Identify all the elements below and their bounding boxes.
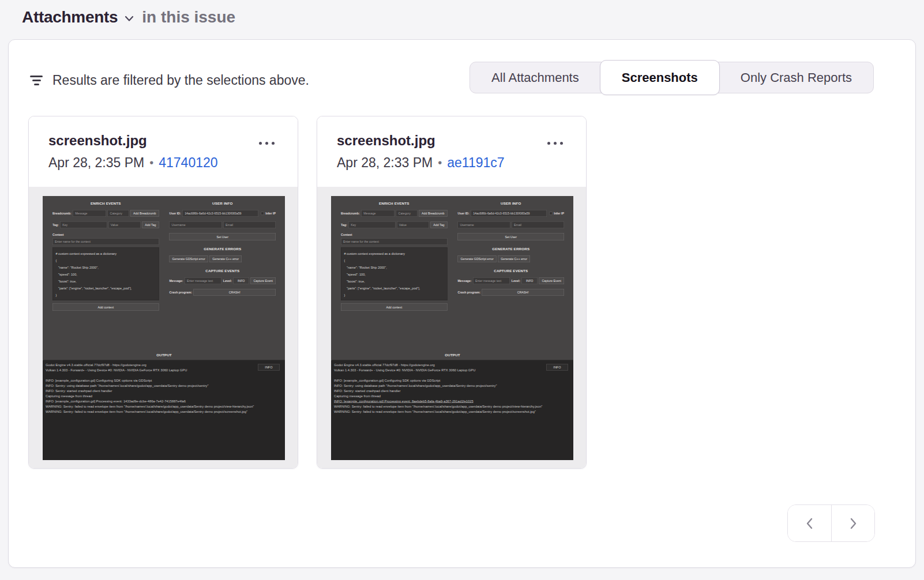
log-line: INFO: [example_configuration.gd] Configu…: [334, 378, 573, 383]
page-title: Attachments: [22, 8, 118, 27]
log-line: Godot Engine v4.3.stable.official.77dcf9…: [334, 363, 573, 368]
level-label: Level:: [223, 279, 232, 283]
code-line: "speed": 100,: [56, 271, 156, 278]
crash-button: CRASH!: [482, 289, 564, 296]
log-line: [46, 373, 285, 378]
code-line: "speed": 100,: [344, 271, 445, 278]
event-id-link[interactable]: 41740120: [159, 155, 217, 171]
log-line: INFO: Sentry: started crashpad client ha…: [334, 389, 573, 394]
code-line: }: [344, 292, 445, 299]
tag-value-input: Value: [108, 221, 141, 228]
crash-program-label: Crash program:: [170, 291, 192, 294]
email-input: Email: [223, 221, 276, 228]
more-options-button[interactable]: [545, 140, 565, 147]
filter-note: Results are filtered by the selections a…: [29, 67, 309, 93]
generate-errors-heading: GENERATE ERRORS: [458, 247, 565, 251]
attachment-thumbnail[interactable]: ENRICH EVENTS Breadcrumb: Message Catego…: [43, 196, 285, 460]
tab-all-attachments[interactable]: All Attachments: [470, 62, 600, 93]
user-info-section: USER INFO User ID: 14ac686b-6a6d-42c3-65…: [458, 200, 565, 311]
log-line: WARNING: Sentry: failed to read envelope…: [46, 404, 285, 409]
username-input: Username: [458, 221, 510, 228]
context-name-input: Enter name for the context: [341, 238, 448, 245]
log-line: Vulkan 1.4.303 - Forward+ - Using Device…: [46, 368, 285, 373]
pagination: [787, 504, 875, 542]
code-line: # custom context expressed as a dictiona…: [344, 250, 445, 257]
log-line: INFO: Sentry: using database path "/home…: [46, 383, 285, 389]
breadcrumb-message-input: Message: [73, 210, 106, 217]
code-line: "name": "Rocket Ship 2000",: [344, 264, 445, 271]
crash-program-label: Crash program:: [458, 291, 480, 294]
set-user-button: Set User: [458, 233, 565, 240]
add-breadcrumb-button: Add Breadcrumb: [419, 210, 447, 217]
context-label: Context: [52, 233, 159, 236]
breadcrumb-label: Breadcrumb:: [341, 212, 360, 215]
context-label: Context: [341, 233, 448, 236]
log-line: Capturing message from thread: [46, 394, 285, 399]
log-line: INFO: Sentry: using database path "/home…: [334, 383, 573, 389]
enrich-events-section: ENRICH EVENTS Breadcrumb: Message Catego…: [52, 200, 159, 311]
attachment-cards: screenshot.jpg Apr 28, 2:35 PM • 4174012…: [28, 116, 587, 469]
infer-ip-label: Infer IP: [554, 212, 564, 215]
user-id-label: User ID:: [170, 212, 181, 215]
page-subtitle: in this issue: [142, 8, 235, 27]
generate-cpp-error-button: Generate C++ error: [498, 255, 530, 262]
tab-only-crash-reports[interactable]: Only Crash Reports: [719, 62, 873, 93]
enrich-events-heading: ENRICH EVENTS: [341, 201, 448, 205]
user-info-heading: USER INFO: [170, 201, 276, 205]
message-label: Message:: [458, 279, 472, 283]
generate-errors-heading: GENERATE ERRORS: [170, 247, 276, 251]
user-id-input: 14ac686b-6a6d-42c3-6515-bb130f083a59: [471, 210, 547, 217]
attachment-meta: Apr 28, 2:35 PM • 41740120: [48, 155, 280, 171]
generate-gdscript-error-button: Generate GDScript error: [170, 255, 208, 262]
attachment-card-body: ENRICH EVENTS Breadcrumb: Message Catego…: [29, 187, 298, 469]
screenshot-image: ENRICH EVENTS Breadcrumb: Message Catego…: [331, 196, 573, 460]
attachment-filename: screenshot.jpg: [337, 133, 569, 149]
log-lines: Godot Engine v4.3.stable.official.77dcf9…: [46, 363, 285, 415]
tag-key-input: Key: [348, 221, 395, 228]
attachments-dropdown[interactable]: Attachments: [22, 8, 135, 27]
attachment-card: screenshot.jpg Apr 28, 2:33 PM • ae1191c…: [317, 116, 587, 469]
crash-button: CRASH!: [193, 289, 276, 296]
message-input: Enter message text: [185, 277, 221, 284]
code-line: # custom context expressed as a dictiona…: [56, 250, 156, 257]
attachment-date: Apr 28, 2:33 PM: [337, 155, 433, 171]
code-line: }: [56, 292, 156, 299]
tab-screenshots[interactable]: Screenshots: [600, 60, 720, 95]
output-console: INFO Godot Engine v4.3.stable.official.7…: [43, 360, 285, 460]
attachment-meta: Apr 28, 2:33 PM • ae1191c7: [337, 155, 569, 171]
generate-gdscript-error-button: Generate GDScript error: [458, 255, 497, 262]
output-heading: OUTPUT: [52, 353, 276, 357]
level-select: INFO: [233, 277, 249, 284]
next-page-button[interactable]: [831, 505, 874, 541]
tag-value-input: Value: [397, 221, 429, 228]
capture-event-button: Capture Event: [539, 277, 564, 284]
breadcrumb-label: Breadcrumb:: [52, 212, 72, 215]
infer-ip-checkbox: [550, 212, 553, 215]
enrich-events-heading: ENRICH EVENTS: [52, 201, 159, 205]
add-tag-button: Add Tag: [142, 221, 159, 228]
log-line: WARNING: Sentry: failed to read envelope…: [46, 409, 285, 415]
code-line: "boost": true,: [56, 278, 156, 285]
breadcrumb-category-input: Category: [396, 210, 418, 217]
attachment-type-tabs: All Attachments Screenshots Only Crash R…: [469, 62, 874, 93]
user-id-label: User ID:: [458, 212, 469, 215]
log-line: WARNING: Sentry: failed to read envelope…: [334, 409, 573, 415]
context-code-editor: # custom context expressed as a dictiona…: [52, 247, 159, 300]
log-level-filter: INFO: [258, 364, 280, 371]
page-header: Attachments in this issue: [22, 8, 235, 27]
add-breadcrumb-button: Add Breadcrumb: [130, 210, 159, 217]
event-id-link[interactable]: ae1191c7: [447, 155, 504, 171]
more-options-button[interactable]: [257, 140, 277, 147]
code-line: "parts": ["engine", "rocket_launcher", "…: [344, 285, 445, 292]
previous-page-button[interactable]: [788, 505, 831, 541]
log-line: Capturing message from thread: [334, 394, 573, 399]
user-id-input: 14ac686b-6a6d-42c3-6515-bb130f083a59: [182, 210, 258, 217]
breadcrumb-message-input: Message: [361, 210, 395, 217]
chevron-left-icon: [803, 517, 817, 530]
message-input: Enter message text: [473, 277, 510, 284]
level-select: INFO: [521, 277, 538, 284]
attachment-thumbnail[interactable]: ENRICH EVENTS Breadcrumb: Message Catego…: [331, 196, 573, 460]
chevron-down-icon: [123, 13, 135, 24]
output-console: INFO Godot Engine v4.3.stable.official.7…: [331, 360, 573, 460]
breadcrumb-category-input: Category: [108, 210, 129, 217]
